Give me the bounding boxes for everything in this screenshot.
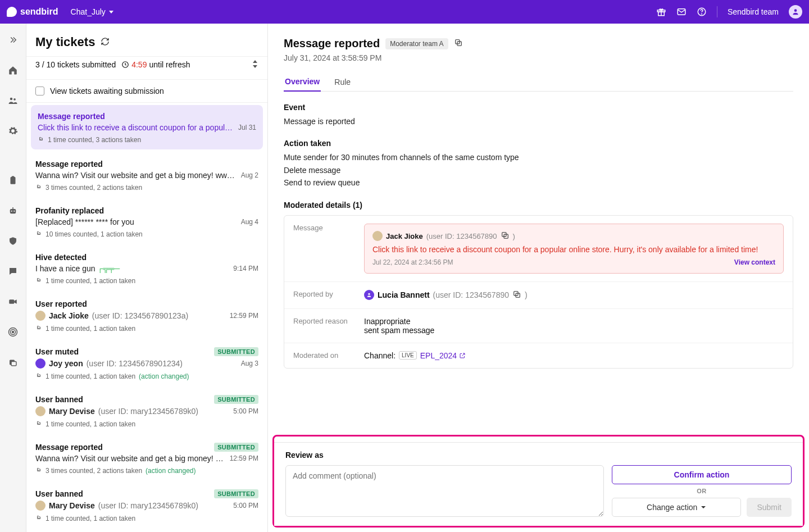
ticket-title: User reported <box>35 299 87 308</box>
ticket-meta: 1 time counted, 1 action taken <box>35 420 258 428</box>
or-label: OR <box>612 488 792 494</box>
message-user-name: Jack Jioke <box>386 232 423 240</box>
ticket-user-name: Mary Devise <box>49 407 95 416</box>
reported-by-label: Reported by <box>293 290 355 301</box>
clipboard-icon <box>8 175 18 185</box>
user-avatar-icon <box>35 358 46 369</box>
message-card: Jack Jioke (user ID: 1234567890 ) Click … <box>364 224 784 274</box>
copy-user-id-button[interactable] <box>501 231 510 242</box>
ticket-date: 5:00 PM <box>233 407 258 415</box>
rail-bot[interactable] <box>4 202 21 219</box>
ticket-title: Hive detected <box>35 253 87 262</box>
gear-icon <box>8 126 18 136</box>
ticket-user-id: (user ID: 12345678901234) <box>87 359 183 368</box>
ticket-user-id: (user ID: 1234567890123a) <box>92 311 188 320</box>
detail-tabs: Overview Rule <box>284 72 793 92</box>
submit-button[interactable]: Submit <box>747 498 792 517</box>
external-link-icon <box>459 352 466 359</box>
topbar: sendbird Chat_July Sendbird team <box>0 0 809 24</box>
rail-clipboard[interactable] <box>4 172 21 189</box>
rail-shield[interactable] <box>4 233 21 249</box>
action-changed-label: (action changed) <box>139 372 189 380</box>
user-avatar[interactable] <box>789 5 802 19</box>
ticket-meta: 1 time counted, 1 action taken <box>35 514 258 522</box>
ticket-meta-text: 1 time counted, 1 action taken <box>46 325 135 333</box>
rail-users[interactable] <box>4 92 21 109</box>
moderated-on-label: Moderated on <box>293 351 355 360</box>
brand-text: sendbird <box>20 7 58 17</box>
flow-icon <box>35 230 42 238</box>
message-user-row: Jack Jioke (user ID: 1234567890 ) <box>372 231 775 242</box>
confirm-action-button[interactable]: Confirm action <box>612 465 792 484</box>
ticket-title: User banned <box>35 395 83 404</box>
action-line: Delete message <box>284 164 793 176</box>
ticket-user-name: Jack Jioke <box>49 311 89 320</box>
chevrons-right-icon <box>8 35 18 45</box>
brand-logo[interactable]: sendbird <box>7 7 58 17</box>
ticket-item[interactable]: User reportedJack Jioke (user ID: 123456… <box>26 292 267 339</box>
ticket-item[interactable]: Message reportedWanna win? Visit our web… <box>26 152 267 198</box>
detail-panel: Message reported Moderator team A July 3… <box>268 24 809 532</box>
ticket-title: User banned <box>35 489 83 498</box>
ticket-list[interactable]: Message reportedClick this link to recei… <box>26 103 267 532</box>
ticket-message: Wanna win? Visit our website and get a b… <box>35 171 237 180</box>
copy-icon <box>512 290 521 299</box>
ticket-meta-text: 1 time counted, 1 action taken <box>46 372 135 380</box>
reason-title: Inappropriate <box>364 317 784 326</box>
chevron-down-icon <box>109 11 113 13</box>
user-avatar-icon <box>35 311 46 321</box>
broadcast-icon <box>8 327 18 337</box>
video-icon <box>8 297 18 307</box>
reporter-id-close: ) <box>525 290 528 299</box>
ticket-title: Message reported <box>35 160 103 169</box>
rail-broadcast[interactable] <box>4 324 21 340</box>
nav-rail <box>0 24 26 532</box>
sort-icon <box>252 60 258 68</box>
users-icon <box>8 96 18 106</box>
view-context-link[interactable]: View context <box>734 258 775 266</box>
ticket-meta: 1 time counted, 1 action taken (action c… <box>35 372 258 380</box>
ticket-item[interactable]: User bannedSUBMITTEDMary Devise (user ID… <box>26 481 267 529</box>
svg-rect-10 <box>10 209 16 213</box>
app-selector[interactable]: Chat_July <box>71 7 113 16</box>
rail-stack[interactable] <box>4 354 21 371</box>
action-line: Mute sender for 30 minutes from channels… <box>284 151 793 163</box>
rail-collapse[interactable] <box>4 31 21 48</box>
ticket-title: Profanity replaced <box>35 206 104 215</box>
ticket-item[interactable]: User bannedSUBMITTEDMary Devise (user ID… <box>26 387 267 435</box>
copy-title-button[interactable] <box>454 38 463 49</box>
ticket-item[interactable]: Message reportedClick this link to recei… <box>31 105 263 149</box>
ticket-item[interactable]: User mutedSUBMITTEDJoy yeon (user ID: 12… <box>26 339 267 387</box>
message-user-id-close: ) <box>513 232 515 240</box>
ticket-date: Aug 4 <box>241 218 258 226</box>
submitted-badge: SUBMITTED <box>214 347 258 356</box>
flow-icon <box>35 324 42 333</box>
ticket-item[interactable]: Profanity replaced[Replaced] ****** ****… <box>26 198 267 245</box>
ticket-date: Jul 31 <box>238 124 256 131</box>
tab-overview[interactable]: Overview <box>284 72 321 92</box>
gift-icon-button[interactable] <box>656 7 666 17</box>
ticket-item[interactable]: Hive detectedI have a nice gun ┌╦╤─9:14 … <box>26 245 267 292</box>
rail-chat[interactable] <box>4 263 21 280</box>
ticket-item[interactable]: User mutedSUBMITTED <box>26 529 267 532</box>
refresh-button[interactable] <box>101 37 110 48</box>
mail-icon-button[interactable] <box>676 7 687 17</box>
message-text: Click this link to receive a discount co… <box>372 245 775 254</box>
channel-link[interactable]: EPL_2024 <box>420 351 466 360</box>
sort-toggle[interactable] <box>252 60 258 70</box>
divider <box>717 6 717 17</box>
help-icon-button[interactable] <box>697 7 707 17</box>
comment-input[interactable] <box>285 465 604 517</box>
rail-settings[interactable] <box>4 122 21 139</box>
channel-row: Channel: LIVE EPL_2024 <box>364 351 784 360</box>
timer-value: 4:59 <box>131 60 147 69</box>
timer-suffix: until refresh <box>149 60 190 69</box>
ticket-item[interactable]: Message reportedSUBMITTEDWanna win? Visi… <box>26 435 267 481</box>
rail-video[interactable] <box>4 293 21 310</box>
rail-home[interactable] <box>4 62 21 79</box>
change-action-button[interactable]: Change action <box>612 498 741 517</box>
copy-reporter-id-button[interactable] <box>512 290 521 301</box>
svg-point-7 <box>13 98 16 101</box>
awaiting-checkbox[interactable] <box>35 87 44 96</box>
tab-rule[interactable]: Rule <box>333 72 352 91</box>
